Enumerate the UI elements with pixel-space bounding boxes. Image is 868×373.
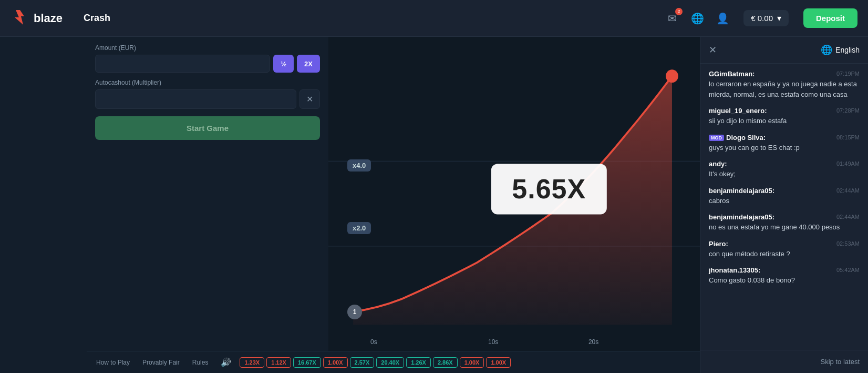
controls-column: Amount (EUR) ½ 2X Autocashout (Multiplie… [87,37,328,351]
chat-time: 08:15PM [836,134,860,140]
header-icons: ✉ 2 🌐 👤 € 0.00 ▾ Deposit [664,8,857,28]
chat-time: 07:19PM [836,70,860,77]
chat-message: MODDiogo Silva:08:15PMguys you can go to… [709,134,860,153]
chat-footer: Skip to latest [700,350,868,373]
chat-username: jhonatan.13305: [709,266,760,274]
chat-message: andy:01:49AMIt's okey; [709,160,860,179]
history-tag[interactable]: 1.00X [323,357,348,368]
history-tag[interactable]: 1.12X [266,357,291,368]
game-area: Amount (EUR) ½ 2X Autocashout (Multiplie… [87,37,700,373]
balance-area[interactable]: € 0.00 ▾ [743,10,789,26]
header: blaze Crash ✉ 2 🌐 👤 € 0.00 ▾ Deposit [0,0,868,37]
chat-username: benjamindelajara05: [709,213,774,221]
controls-panel: Amount (EUR) ½ 2X Autocashout (Multiplie… [87,37,328,145]
autocashout-row: ✕ [95,89,320,109]
history-tag[interactable]: 1.26X [406,357,431,368]
chat-time: 07:28PM [836,107,860,114]
chat-message: GGimBatman:07:19PMlo cerraron en españa … [709,70,860,99]
blaze-logo-icon [11,9,29,28]
chat-username: GGimBatman: [709,70,755,78]
y-label-2: x2.0 [347,222,371,234]
history-tag[interactable]: 2.57X [350,357,375,368]
chat-messages: GGimBatman:07:19PMlo cerraron en españa … [700,64,868,350]
chat-message: jhonatan.13305:05:42AMComo gasto 0.038 d… [709,266,860,286]
lang-selector[interactable]: 🌐 English [821,44,860,56]
y-label-4: x4.0 [347,159,371,172]
chat-time: 02:53AM [836,240,860,247]
chat-username: Piero: [709,240,728,248]
bottom-bar: How to Play Provably Fair Rules 🔊 1.23X1… [87,351,700,373]
history-tags: 1.23X1.12X16.67X1.00X2.57X20.40X1.26X2.8… [240,357,511,368]
skip-to-latest-button[interactable]: Skip to latest [709,356,860,368]
autocashout-label: Autocashout (Multiplier) [95,79,320,86]
deposit-button[interactable]: Deposit [803,8,857,28]
user-icon[interactable]: 👤 [714,10,731,27]
chat-message: Piero:02:53AMcon que método retiraste ? [709,240,860,259]
svg-point-3 [666,69,678,83]
chat-text: con que método retiraste ? [709,249,860,259]
game-viewport: Amount (EUR) ½ 2X Autocashout (Multiplie… [87,37,700,351]
multiplier-display: 5.65X [491,164,607,214]
history-tag[interactable]: 1.23X [240,357,264,368]
autocashout-input[interactable] [95,89,296,109]
provably-fair-link[interactable]: Provably Fair [138,357,184,368]
x-label-20s: 20s [588,338,598,346]
chat-time: 05:42AM [836,267,860,273]
x-label-0s: 0s [370,338,377,346]
history-tag[interactable]: 2.86X [433,357,458,368]
chat-panel: ✕ 🌐 English GGimBatman:07:19PMlo cerraro… [700,37,868,373]
chat-time: 02:44AM [836,214,860,220]
left-panel [0,37,87,373]
clear-button[interactable]: ✕ [299,89,320,109]
chat-text: no es una estafa yo me gane 40.000 pesos [709,222,860,233]
amount-row: ½ 2X [95,55,320,73]
chat-username: MODDiogo Silva: [709,134,766,142]
chat-message: miguel_19_enero:07:28PMsii yo dijo lo mi… [709,107,860,126]
chevron-down-icon: ▾ [777,13,781,23]
chat-text: lo cerraron en españa y ya no juega nadi… [709,79,860,99]
half-button[interactable]: ½ [273,55,294,73]
logo-area: blaze [11,9,63,28]
chat-username: benjamindelajara05: [709,187,774,195]
nav-crash[interactable]: Crash [84,13,110,24]
crash-chart: 5.65X x4.0 x2.0 1 0s [328,37,700,351]
chat-username: miguel_19_enero: [709,107,767,115]
history-tag[interactable]: 1.00X [486,357,511,368]
globe-icon[interactable]: 🌐 [689,10,706,27]
chat-text: guys you can go to ES chat :p [709,143,860,153]
chat-time: 02:44AM [836,187,860,194]
mail-icon[interactable]: ✉ 2 [664,10,680,27]
history-tag[interactable]: 16.67X [293,357,321,368]
history-tag[interactable]: 20.40X [376,357,404,368]
multiplier-value: 5.65X [512,174,586,204]
logo-text: blaze [34,12,63,25]
chat-header: ✕ 🌐 English [700,37,868,64]
svg-marker-0 [15,10,24,25]
amount-input[interactable] [95,55,270,73]
chat-text: sii yo dijo lo mismo estafa [709,116,860,126]
chat-text: cabros [709,196,860,206]
chat-username: andy: [709,160,727,168]
chat-time: 01:49AM [836,160,860,167]
chat-message: benjamindelajara05:02:44AMno es una esta… [709,213,860,233]
amount-label: Amount (EUR) [95,44,320,52]
chat-message: benjamindelajara05:02:44AMcabros [709,187,860,206]
lang-text: English [835,46,860,54]
mail-badge: 2 [675,8,683,15]
main-content: Amount (EUR) ½ 2X Autocashout (Multiplie… [0,37,868,373]
node-1: 1 [347,305,362,319]
history-tag[interactable]: 1.00X [460,357,484,368]
chart-area: 5.65X x4.0 x2.0 1 0s [328,37,700,351]
balance-text: € 0.00 [751,14,773,23]
chat-text: It's okey; [709,169,860,179]
sound-button[interactable]: 🔊 [216,355,235,369]
chat-close-button[interactable]: ✕ [709,44,717,56]
chat-text: Como gasto 0.038 de bono? [709,275,860,286]
rules-link[interactable]: Rules [188,357,213,368]
double-button[interactable]: 2X [297,55,320,73]
how-to-play-link[interactable]: How to Play [92,357,134,368]
x-label-10s: 10s [488,338,498,346]
lang-flag: 🌐 [821,44,832,56]
start-game-button[interactable]: Start Game [95,116,320,140]
